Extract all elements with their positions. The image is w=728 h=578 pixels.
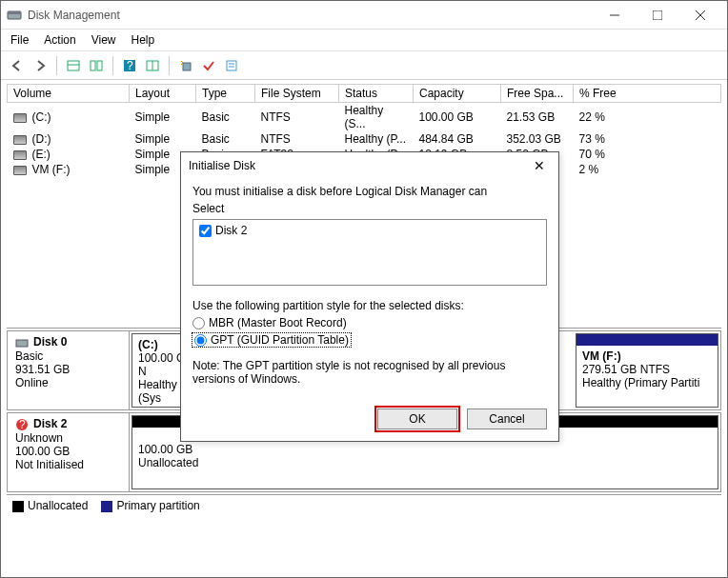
gpt-radio[interactable] [194,334,207,347]
col-pfree[interactable]: % Free [574,85,721,103]
dialog-select-label: Select [192,202,547,215]
close-button[interactable] [678,2,721,29]
menu-file[interactable]: File [10,33,29,47]
svg-text:?: ? [127,59,133,72]
dialog-title: Initialise Disk [189,159,528,172]
svg-rect-18 [16,340,28,347]
dialog-close-button[interactable]: ✕ [528,158,551,173]
col-layout[interactable]: Layout [130,85,196,103]
titlebar: Disk Management [1,1,727,30]
svg-rect-3 [653,10,662,20]
col-volume[interactable]: Volume [8,85,130,103]
col-capacity[interactable]: Capacity [414,85,501,103]
cancel-button[interactable]: Cancel [467,409,547,429]
drive-icon [13,113,27,123]
radio-mbr[interactable]: MBR (Master Boot Record) [192,316,547,329]
legend: Unallocated Primary partition [7,494,721,516]
svg-rect-14 [183,63,191,70]
app-icon [7,8,22,23]
mbr-radio[interactable] [192,317,205,329]
properties-button[interactable] [221,55,242,76]
svg-rect-9 [97,61,102,70]
back-button[interactable] [7,55,28,76]
ok-button[interactable]: OK [377,409,457,429]
col-type[interactable]: Type [196,85,255,103]
svg-rect-6 [68,61,79,70]
toolbar: ? [1,51,727,80]
col-fs[interactable]: File System [255,85,339,103]
maximize-button[interactable] [636,2,678,29]
view-button[interactable] [63,55,84,76]
disk-checkbox-row[interactable]: Disk 2 [199,224,540,237]
minimize-button[interactable] [593,2,636,29]
dialog-note: Note: The GPT partition style is not rec… [192,359,547,386]
panes-button[interactable] [86,55,107,76]
window-title: Disk Management [28,9,593,22]
disk2-checkbox[interactable] [199,225,212,237]
legend-swatch-unallocated [12,501,24,512]
help-button[interactable]: ? [119,55,140,76]
disk-info: Disk 0 Basic 931.51 GB Online [8,331,130,409]
forward-button[interactable] [30,55,51,76]
legend-swatch-primary [101,501,112,512]
initialise-disk-dialog: Initialise Disk ✕ You must initialise a … [180,151,559,442]
settings-list-button[interactable] [142,55,163,76]
menubar: File Action View Help [1,30,727,51]
svg-rect-8 [91,61,95,70]
drive-icon [13,150,27,160]
menu-view[interactable]: View [91,33,116,47]
refresh-button[interactable] [175,55,196,76]
dialog-titlebar: Initialise Disk ✕ [181,152,558,179]
svg-rect-15 [227,61,236,70]
disk-select-list[interactable]: Disk 2 [192,219,547,286]
disk-unknown-icon: ? [15,418,29,431]
svg-rect-1 [8,11,21,14]
dialog-message: You must initialise a disk before Logica… [192,185,547,198]
table-row[interactable]: (C:)SimpleBasicNTFSHealthy (S...100.00 G… [8,103,721,132]
check-button[interactable] [198,55,219,76]
table-row[interactable]: (D:)SimpleBasicNTFSHealthy (P...484.84 G… [8,131,721,147]
drive-icon [13,135,27,145]
radio-gpt[interactable]: GPT (GUID Partition Table) [192,333,351,347]
disk-icon [15,336,29,349]
partition-style-label: Use the following partition style for th… [192,299,547,312]
menu-action[interactable]: Action [44,33,75,47]
drive-icon [13,166,27,175]
menu-help[interactable]: Help [131,33,155,47]
col-free[interactable]: Free Spa... [501,85,574,103]
svg-text:?: ? [19,418,26,431]
partition[interactable]: VM (F:)279.51 GB NTFSHealthy (Primary Pa… [576,333,718,408]
disk-info: ? Disk 2 Unknown 100.00 GB Not Initialis… [8,413,130,491]
col-status[interactable]: Status [339,85,414,103]
